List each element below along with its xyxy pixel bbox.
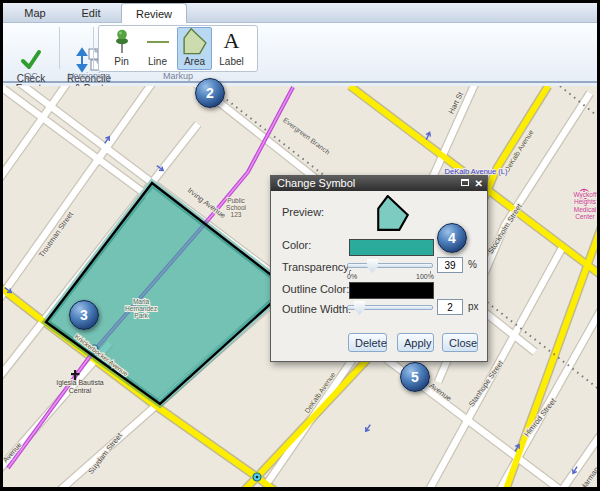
line-icon bbox=[141, 28, 174, 56]
group-label-markup: Markup bbox=[98, 71, 258, 81]
outline-width-label: Outline Width: bbox=[282, 303, 351, 315]
preview-label: Preview: bbox=[282, 206, 324, 218]
pushpin-icon bbox=[105, 28, 138, 56]
dialog-title: Change Symbol bbox=[277, 177, 355, 189]
callout-badge-3: 3 bbox=[69, 300, 99, 330]
callout-badge-2: 2 bbox=[195, 78, 225, 108]
check-icon bbox=[5, 36, 57, 62]
tab-edit[interactable]: Edit bbox=[63, 3, 119, 23]
app-area: Map Edit Review Check Events QC Reconcil… bbox=[3, 3, 597, 487]
outline-width-slider-thumb[interactable] bbox=[354, 301, 365, 315]
ribbon-body: Check Events QC Reconcile & Post Version… bbox=[3, 23, 597, 83]
transparency-slider[interactable] bbox=[347, 263, 433, 268]
label-a-icon: A bbox=[215, 28, 248, 56]
application-window: Map Edit Review Check Events QC Reconcil… bbox=[0, 0, 600, 491]
change-symbol-dialog: Change Symbol ✕ Preview: Color: Transpar… bbox=[270, 175, 488, 362]
line-tool-button[interactable]: Line bbox=[140, 27, 175, 70]
outline-color-swatch[interactable] bbox=[349, 282, 434, 299]
fill-color-swatch[interactable] bbox=[349, 239, 434, 256]
symbol-preview bbox=[374, 195, 412, 233]
map-label: WyckoffHeightsMedicalCenter bbox=[574, 191, 597, 220]
outline-width-value-input[interactable] bbox=[437, 299, 463, 315]
label-tool-label: Label bbox=[219, 56, 243, 67]
transparency-label: Transparency: bbox=[282, 261, 352, 273]
tab-review[interactable]: Review bbox=[121, 3, 187, 23]
apply-button[interactable]: Apply bbox=[397, 333, 434, 352]
area-tool-button[interactable]: Area bbox=[177, 27, 212, 70]
slider-min-label: 0% bbox=[347, 273, 357, 280]
label-tool-button[interactable]: A Label bbox=[214, 27, 249, 70]
outline-width-slider[interactable] bbox=[347, 305, 433, 310]
color-label: Color: bbox=[282, 239, 311, 251]
dialog-title-bar[interactable]: Change Symbol ✕ bbox=[271, 176, 487, 191]
area-tool-label: Area bbox=[184, 56, 205, 67]
tab-map[interactable]: Map bbox=[9, 3, 61, 23]
pin-tool-label: Pin bbox=[114, 56, 128, 67]
markup-tool-group: Pin Line Area A Label bbox=[98, 25, 258, 72]
transparency-unit-label: % bbox=[468, 259, 477, 270]
group-label-qc: QC bbox=[5, 71, 57, 81]
group-divider bbox=[59, 27, 60, 69]
check-events-button[interactable]: Check Events bbox=[5, 25, 57, 95]
close-icon[interactable]: ✕ bbox=[475, 176, 483, 191]
ribbon-tab-bar: Map Edit Review bbox=[3, 3, 597, 23]
line-tool-label: Line bbox=[148, 56, 167, 67]
maximize-icon[interactable] bbox=[461, 179, 469, 186]
slider-max-label: 100% bbox=[416, 273, 434, 280]
callout-badge-5: 5 bbox=[400, 362, 430, 392]
area-polygon-icon bbox=[178, 28, 211, 56]
outline-color-label: Outline Color: bbox=[282, 283, 349, 295]
callout-badge-4: 4 bbox=[437, 223, 467, 253]
close-button[interactable]: Close bbox=[442, 333, 478, 352]
transparency-slider-thumb[interactable] bbox=[367, 259, 378, 273]
delete-button[interactable]: Delete bbox=[348, 333, 387, 352]
transparency-value-input[interactable] bbox=[437, 257, 463, 273]
outline-width-unit-label: px bbox=[468, 301, 479, 312]
group-divider bbox=[93, 27, 94, 69]
pin-tool-button[interactable]: Pin bbox=[104, 27, 139, 70]
